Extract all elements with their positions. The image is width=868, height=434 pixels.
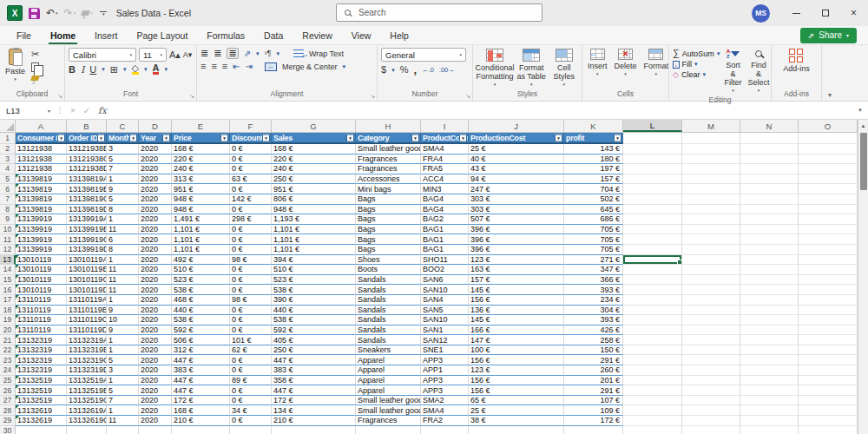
cell-O25[interactable] (799, 376, 858, 386)
increase-indent-button[interactable]: ⇥ (246, 62, 253, 71)
cell-J16[interactable]: 145 € (469, 285, 564, 295)
cell-O21[interactable] (799, 335, 858, 345)
cell-K18[interactable]: 304 € (564, 306, 623, 316)
cell-E20[interactable]: 592 € (172, 326, 230, 336)
cell-I21[interactable]: SAN12 (421, 335, 469, 345)
cell-E27[interactable]: 172 € (172, 396, 230, 406)
filter-button-J1[interactable]: ▾ (555, 134, 562, 141)
cell-N24[interactable] (740, 365, 799, 376)
cell-I23[interactable]: APP3 (421, 355, 469, 365)
cell-O29[interactable] (799, 416, 858, 426)
cell-I11[interactable]: BAG1 (421, 234, 469, 245)
cell-J15[interactable]: 157 € (469, 275, 564, 286)
cell-F29[interactable]: 0 € (230, 416, 272, 426)
cell-G10[interactable]: 1,101 € (272, 225, 356, 235)
cell-K23[interactable]: 291 € (564, 355, 623, 365)
cell-N19[interactable] (740, 315, 799, 326)
cell-J3[interactable]: 40 € (469, 155, 564, 165)
cell-H13[interactable]: Shoes (356, 255, 421, 266)
cell-A30[interactable] (16, 426, 67, 434)
cell-E6[interactable]: 951 € (172, 184, 230, 194)
row-header-22[interactable]: 22 (0, 345, 16, 356)
font-color-button[interactable]: A (153, 64, 160, 75)
cell-A27[interactable]: 13132519 (16, 396, 67, 406)
align-left-button[interactable]: ≡ (201, 62, 206, 71)
column-header-E[interactable]: E (172, 120, 230, 132)
cell-C21[interactable]: 1 (107, 335, 139, 345)
cell-G9[interactable]: 1,193 € (272, 214, 356, 225)
ribbon-collapse-chevron[interactable]: ▾ (828, 91, 832, 99)
cell-F20[interactable]: 0 € (230, 326, 272, 336)
cell-E8[interactable]: 948 € (172, 205, 230, 215)
cell-L17[interactable] (623, 295, 682, 306)
row-header-24[interactable]: 24 (0, 365, 16, 376)
cell-A4[interactable]: 13121938 (16, 164, 67, 174)
filter-button-G1[interactable]: ▾ (346, 134, 354, 141)
cell-J10[interactable]: 396 € (469, 225, 564, 235)
cell-A3[interactable]: 13121938 (16, 155, 67, 165)
search-box[interactable] (336, 3, 542, 22)
cell-G26[interactable]: 447 € (272, 385, 356, 396)
cell-F24[interactable]: 0 € (230, 365, 272, 376)
cell-G12[interactable]: 1,101 € (272, 245, 356, 255)
minimize-button[interactable] (782, 0, 811, 26)
merge-center-button[interactable]: Merge & Center (282, 62, 338, 71)
excel-app-icon[interactable]: X (7, 5, 23, 21)
fill-button[interactable]: ↓Fill▾ (673, 60, 720, 69)
cell-M24[interactable] (682, 365, 740, 376)
cell-A23[interactable]: 13132319 (16, 355, 67, 365)
cell-G11[interactable]: 1,101 € (272, 234, 356, 245)
cell-J30[interactable] (469, 426, 564, 434)
cell-B28[interactable]: 13132619A (67, 405, 107, 416)
cell-B8[interactable]: 13139819D (67, 205, 107, 215)
cell-C5[interactable]: 1 (107, 174, 139, 185)
cell-B23[interactable]: 13132319C (67, 355, 107, 365)
cell-M28[interactable] (682, 405, 740, 416)
cell-E5[interactable]: 313 € (172, 174, 230, 185)
format-painter-quick-button[interactable]: ▾ (82, 10, 93, 16)
filter-button-F1[interactable]: ▾ (262, 134, 270, 141)
cell-H12[interactable]: Bags (356, 245, 421, 255)
cell-J27[interactable]: 65 € (469, 396, 564, 406)
row-header-12[interactable]: 12 (0, 245, 16, 255)
cell-K7[interactable]: 502 € (564, 194, 623, 205)
cell-H6[interactable]: Mini bags (356, 184, 421, 194)
row-header-3[interactable]: 3 (0, 155, 16, 165)
cell-A21[interactable]: 13132319 (16, 335, 67, 345)
filter-button-C1[interactable]: ▾ (129, 134, 137, 141)
addins-button[interactable]: Add-ins (781, 48, 812, 74)
cell-E23[interactable]: 447 € (172, 355, 230, 365)
cell-D4[interactable]: 2020 (139, 164, 172, 174)
cell-L24[interactable] (623, 365, 682, 376)
cell-H1[interactable]: Category▾ (356, 133, 421, 144)
cell-F21[interactable]: 101 € (230, 335, 272, 345)
cell-F16[interactable]: 0 € (230, 285, 272, 295)
cell-J23[interactable]: 156 € (469, 355, 564, 365)
cell-B1[interactable]: Order ID▾ (67, 133, 107, 144)
cell-D8[interactable]: 2020 (139, 205, 172, 215)
bottom-align-button[interactable]: ≣ (227, 48, 238, 59)
cell-J19[interactable]: 145 € (469, 315, 564, 326)
cell-A2[interactable]: 13121938 (16, 144, 67, 155)
cell-A7[interactable]: 13139819 (16, 194, 67, 205)
cell-H27[interactable]: Small leather goods (356, 396, 421, 406)
cell-L21[interactable] (623, 335, 682, 345)
cell-H26[interactable]: Apparel (356, 385, 421, 396)
cell-B29[interactable]: 13132619C (67, 416, 107, 426)
cell-D2[interactable]: 2020 (139, 144, 172, 155)
cell-G20[interactable]: 592 € (272, 326, 356, 336)
cell-I12[interactable]: BAG1 (421, 245, 469, 255)
cell-N5[interactable] (740, 174, 799, 185)
cell-O16[interactable] (799, 285, 858, 295)
row-header-25[interactable]: 25 (0, 376, 16, 386)
underline-button[interactable]: U (89, 65, 96, 75)
row-header-13[interactable]: 13 (0, 255, 16, 266)
enter-formula-button[interactable]: ✓ (80, 102, 94, 119)
cell-E18[interactable]: 440 € (172, 306, 230, 316)
cell-H30[interactable] (356, 426, 421, 434)
comma-style-button[interactable]: , (413, 65, 417, 75)
column-header-C[interactable]: C (107, 120, 139, 132)
cell-B24[interactable]: 13132319D (67, 365, 107, 376)
cell-L11[interactable] (623, 234, 682, 245)
row-header-8[interactable]: 8 (0, 205, 16, 215)
